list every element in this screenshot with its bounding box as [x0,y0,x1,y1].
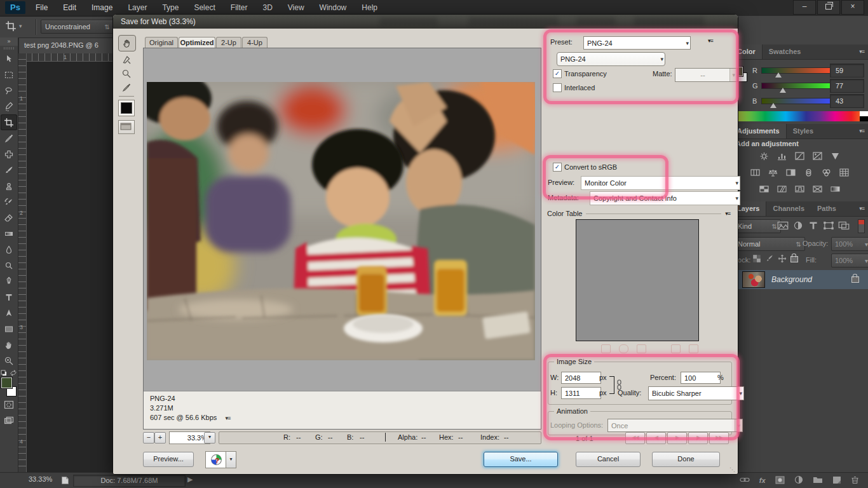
preset-panel-menu-icon[interactable]: ▾≡ [708,37,713,44]
width-input[interactable]: 2048 [561,372,601,384]
ct-delete-color-icon[interactable] [689,344,698,353]
tab-2up[interactable]: 2-Up [216,37,241,48]
dialog-slice-select-tool-icon[interactable] [118,53,135,67]
browser-preview-arrow-icon[interactable]: ▾ [226,451,236,468]
toggle-slices-visibility-icon[interactable] [118,120,135,134]
history-brush-tool-icon[interactable] [1,194,17,210]
save-button[interactable]: Save... [484,452,558,467]
next-frame-icon[interactable]: |▶ [688,432,708,444]
threshold-icon[interactable] [792,184,806,194]
color-balance-icon[interactable] [766,167,780,178]
hue-saturation-icon[interactable] [748,167,762,178]
crop-tool-icon[interactable] [1,114,17,130]
tool-preset-dropdown[interactable]: Unconstrained ⇅ [41,20,114,34]
zoom-in-icon[interactable]: + [154,432,166,444]
preset-dropdown[interactable]: PNG-24 ▾ [583,36,691,50]
tab-swatches[interactable]: Swatches [763,44,808,59]
optimized-image-preview[interactable] [147,82,535,360]
spectrum-black-swatch[interactable] [860,116,868,121]
metadata-dropdown[interactable]: Copyright and Contact Info ▾ [590,191,740,205]
blue-slider-thumb[interactable] [770,103,776,108]
quick-mask-icon[interactable] [1,396,17,412]
dialog-resize-grip[interactable]: ⋱ [729,466,736,473]
dodge-tool-icon[interactable] [1,257,17,273]
done-button[interactable]: Done [652,452,720,467]
document-tab[interactable]: test png 2048.PNG @ 6 [18,37,119,53]
red-slider[interactable] [761,67,834,74]
tab-adjustments[interactable]: Adjustments [731,124,787,139]
percent-input[interactable]: 100 [681,372,721,384]
gradient-map-icon[interactable] [828,184,842,194]
new-adjustment-icon[interactable] [794,475,803,485]
zoom-tool-icon[interactable] [1,353,17,369]
lock-transparent-icon[interactable] [752,254,761,264]
filter-pixel-layers-icon[interactable] [776,219,789,233]
preview-button[interactable]: Preview... [143,452,194,467]
swap-colors-icon[interactable] [10,370,17,376]
green-value[interactable]: 77 [830,79,864,93]
gradient-tool-icon[interactable] [1,226,17,241]
color-table-menu-icon[interactable]: ▾≡ [725,210,733,217]
delete-layer-icon[interactable] [851,476,859,485]
blur-tool-icon[interactable] [1,241,17,257]
first-frame-icon[interactable]: ◀◀ [625,432,645,444]
fill-dropdown[interactable]: 100% ▾ [831,254,868,268]
last-frame-icon[interactable]: ▶▶ [709,432,729,444]
dialog-hand-tool-icon[interactable] [118,35,136,51]
panel-menu-icon[interactable]: ▾≡ [855,201,868,216]
posterize-icon[interactable] [775,184,789,194]
layer-row-background[interactable]: Background [731,270,868,289]
close-icon[interactable]: × [841,0,864,15]
tab-paths[interactable]: Paths [811,201,843,216]
levels-icon[interactable] [775,151,789,161]
layer-filter-toggle[interactable] [858,219,865,233]
preview-mode-dropdown[interactable]: Monitor Color ▾ [581,176,740,190]
dialog-zoom-tool-icon[interactable] [118,67,135,81]
filter-type-layers-icon[interactable] [807,219,820,233]
restore-icon[interactable] [817,0,840,15]
zoom-dropdown-arrow-icon[interactable]: ▾ [204,432,215,444]
menu-file[interactable]: File [28,0,55,16]
color-lookup-icon[interactable] [837,167,851,178]
transparency-checkbox[interactable]: ✓ [553,69,562,78]
looping-options-dropdown[interactable]: Once ▾ [607,419,743,432]
lock-position-icon[interactable] [778,254,787,264]
opacity-dropdown[interactable]: 100% ▾ [831,237,868,251]
matte-dropdown[interactable]: -- ▾ [675,68,738,82]
blue-value[interactable]: 43 [830,94,864,108]
status-zoom[interactable]: 33.33% [29,475,52,483]
layer-style-fx-icon[interactable]: fx [759,477,766,484]
crop-tool-options-icon[interactable] [5,20,17,34]
tab-original[interactable]: Original [145,37,178,48]
toolbar-grip[interactable] [4,47,14,50]
curves-icon[interactable] [792,151,806,161]
panel-menu-icon[interactable]: ▾≡ [855,124,868,139]
convert-srgb-checkbox[interactable]: ✓ [553,163,562,172]
panel-menu-icon[interactable]: ▾≡ [855,44,868,59]
filter-shape-layers-icon[interactable] [822,219,835,233]
menu-edit[interactable]: Edit [55,0,84,16]
previous-frame-icon[interactable]: ◀| [646,432,666,444]
tab-4up[interactable]: 4-Up [242,37,268,48]
ct-lock-color-icon[interactable] [637,344,646,353]
dialog-eyedropper-tool-icon[interactable] [118,81,135,95]
lock-pixels-icon[interactable] [765,254,774,264]
play-icon[interactable]: ▶ [667,432,687,444]
zoom-out-icon[interactable]: − [143,432,154,444]
default-colors-icon[interactable] [1,370,7,376]
eraser-tool-icon[interactable] [1,210,17,226]
layer-name[interactable]: Background [771,275,812,284]
quick-selection-tool-icon[interactable] [1,98,17,114]
ct-websafe-icon[interactable] [619,344,628,353]
rectangle-tool-icon[interactable] [1,321,17,337]
path-selection-tool-icon[interactable] [1,305,17,321]
pen-tool-icon[interactable] [1,273,17,289]
hand-tool-icon[interactable] [1,337,17,353]
dialog-titlebar[interactable]: Save for Web (33.3%) [113,15,738,29]
filter-smart-objects-icon[interactable] [837,219,850,233]
type-tool-icon[interactable] [1,289,17,305]
foreground-color-swatch[interactable] [1,377,12,388]
blend-mode-dropdown[interactable]: Normal ⇅ [734,237,805,251]
ct-new-color-icon[interactable] [671,344,681,353]
lock-all-icon[interactable] [790,256,798,262]
